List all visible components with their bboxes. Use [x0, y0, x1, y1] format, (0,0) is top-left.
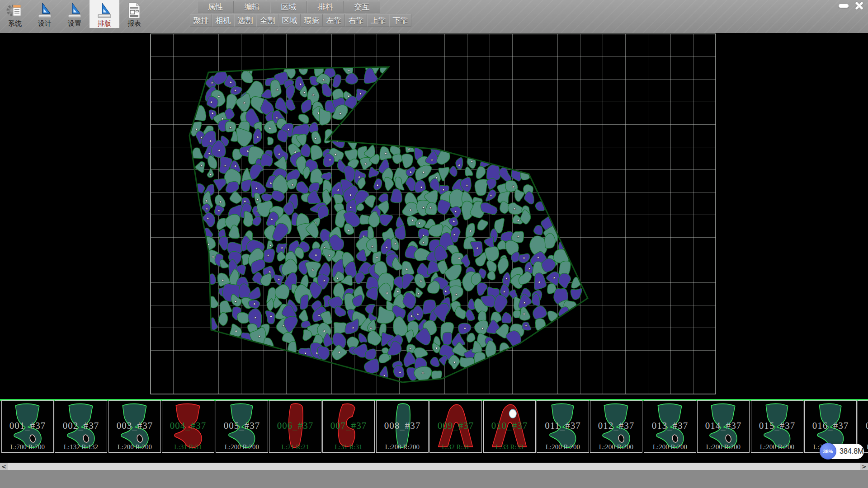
- window-controls: [837, 1, 865, 10]
- thumbnail-piece-006_#37[interactable]: 006_#37L:21 R:21: [269, 400, 321, 453]
- status-bar: [0, 470, 868, 488]
- thumbnail-piece-010_#37[interactable]: 010_#37L:33 R:33: [483, 400, 536, 453]
- menu-item-4[interactable]: 交互: [344, 1, 380, 13]
- piece-id-label: 002_#37: [55, 420, 107, 432]
- tab-system[interactable]: 系统: [0, 0, 30, 28]
- horizontal-scrollbar[interactable]: < >: [0, 463, 868, 470]
- tab-design[interactable]: 设计: [30, 0, 60, 28]
- tool-button-0[interactable]: 聚排: [190, 14, 212, 27]
- menu-item-0[interactable]: 属性: [197, 1, 234, 13]
- minimize-icon: [839, 4, 849, 8]
- report-document-icon: [126, 1, 143, 20]
- menu-item-1[interactable]: 编辑: [234, 1, 270, 13]
- piece-id-label: 014_#37: [698, 420, 749, 432]
- piece-id-label: 004_#37: [162, 420, 214, 432]
- tab-label: 设计: [38, 20, 52, 27]
- piece-id-label: 012_#37: [590, 420, 642, 432]
- piece-id-label: 015_#37: [751, 420, 803, 432]
- set-square-icon: [36, 1, 53, 20]
- tool-button-9[interactable]: 下靠: [389, 14, 411, 27]
- piece-id-label: 005_#37: [216, 420, 268, 432]
- menu-item-2[interactable]: 区域: [270, 1, 307, 13]
- system-gear-icon: [6, 1, 24, 20]
- ribbon-header: 系统 设计: [0, 0, 868, 33]
- piece-lr-count: L:33 R:33: [484, 443, 535, 451]
- thumbnail-piece-011_#37[interactable]: 011_#37L:200 R:200: [537, 400, 589, 453]
- tool-button-2[interactable]: 选割: [234, 14, 256, 27]
- piece-lr-count: L:200 R:200: [590, 443, 642, 451]
- piece-lr-count: L:31 R:31: [323, 443, 374, 451]
- piece-lr-count: L:200 R:200: [216, 443, 268, 451]
- thumbnail-piece-014_#37[interactable]: 014_#37L:200 R:200: [697, 400, 750, 453]
- tool-button-6[interactable]: 左靠: [323, 14, 345, 27]
- tool-button-1[interactable]: 相机: [212, 14, 234, 27]
- tool-button-7[interactable]: 右靠: [345, 14, 367, 27]
- piece-id-label: 011_#37: [537, 420, 589, 432]
- thumbnail-piece-001_#37[interactable]: 001_#37L:700 R:700: [1, 400, 54, 453]
- nesting-workspace: 001_#37L:700 R:700002_#37L:132 R:132003_…: [0, 33, 868, 463]
- piece-id-label: 008_#37: [377, 420, 428, 432]
- tool-button-4[interactable]: 区域: [278, 14, 301, 27]
- thumbnail-piece-015_#37[interactable]: 015_#37L:200 R:200: [751, 400, 803, 453]
- menu-bar-top: 属性编辑区域排料交互: [197, 1, 380, 13]
- tab-label: 设置: [68, 20, 81, 27]
- set-square-icon: [66, 1, 83, 20]
- memory-value: 384.8M: [840, 444, 863, 459]
- menu-item-3[interactable]: 排料: [307, 1, 344, 13]
- piece-lr-count: L:31 R:31: [162, 443, 214, 451]
- piece-lr-count: L:200 R:200: [377, 443, 428, 451]
- piece-id-label: 016_#37: [805, 420, 856, 432]
- tab-report[interactable]: 报表: [119, 0, 149, 28]
- thumbnail-piece-004_#37[interactable]: 004_#37L:31 R:31: [162, 400, 214, 453]
- piece-lr-count: L:200 R:200: [698, 443, 749, 451]
- piece-lr-count: L:32 R:31: [430, 443, 481, 451]
- close-button[interactable]: [853, 1, 865, 10]
- close-icon: [854, 1, 863, 10]
- thumbnail-piece-013_#37[interactable]: 013_#37L:200 R:200: [644, 400, 696, 453]
- tool-button-8[interactable]: 上靠: [367, 14, 389, 27]
- nest-canvas[interactable]: [0, 33, 868, 399]
- memory-usage-badge: 38% 384.8M: [820, 444, 864, 459]
- scrollbar-track[interactable]: [8, 463, 860, 470]
- tab-settings[interactable]: 设置: [60, 0, 90, 28]
- minimize-button[interactable]: [837, 1, 850, 10]
- piece-lr-count: L:200 R:200: [537, 443, 589, 451]
- thumbnail-piece-002_#37[interactable]: 002_#37L:132 R:132: [55, 400, 107, 453]
- piece-id-label: 003_#37: [109, 420, 160, 432]
- toolbar-nesting-tools: 聚排相机选割全割区域瑕疵左靠右靠上靠下靠: [190, 14, 411, 27]
- thumbnail-piece-003_#37[interactable]: 003_#37L:200 R:200: [108, 400, 161, 453]
- piece-lr-count: L:132 R:132: [55, 443, 107, 451]
- thumbnail-piece-008_#37[interactable]: 008_#37L:200 R:200: [376, 400, 429, 453]
- piece-lr-count: L:200 R:200: [644, 443, 696, 451]
- tab-label: 排版: [98, 20, 111, 27]
- tool-button-5[interactable]: 瑕疵: [301, 14, 323, 27]
- piece-id-label: 001_#37: [2, 420, 53, 432]
- piece-lr-count: L:200 R:200: [751, 443, 803, 451]
- piece-lr-count: L:200 R:200: [109, 443, 160, 451]
- cpu-percent-indicator: 38%: [820, 443, 836, 460]
- piece-id-label: 017_#37: [858, 420, 868, 432]
- nesting-app-window: 系统 设计: [0, 0, 868, 488]
- piece-lr-count: L:700 R:700: [2, 443, 53, 451]
- thumbnail-piece-005_#37[interactable]: 005_#37L:200 R:200: [216, 400, 268, 453]
- thumbnail-piece-012_#37[interactable]: 012_#37L:200 R:200: [590, 400, 642, 453]
- scroll-left-button[interactable]: <: [0, 463, 8, 470]
- scroll-right-button[interactable]: >: [860, 463, 868, 470]
- piece-id-label: 006_#37: [269, 420, 321, 432]
- piece-id-label: 007_#37: [323, 420, 374, 432]
- piece-lr-count: L:21 R:21: [269, 443, 321, 451]
- tab-nesting[interactable]: 排版: [90, 0, 119, 28]
- set-square-icon: [96, 1, 113, 20]
- tab-label: 报表: [127, 20, 141, 27]
- main-tab-bar: 系统 设计: [0, 0, 149, 28]
- piece-id-label: 010_#37: [484, 420, 535, 432]
- thumbnail-piece-007_#37[interactable]: 007_#37L:31 R:31: [322, 400, 375, 453]
- piece-id-label: 013_#37: [644, 420, 696, 432]
- tab-label: 系统: [8, 20, 22, 27]
- thumbnail-piece-009_#37[interactable]: 009_#37L:32 R:31: [429, 400, 482, 453]
- piece-id-label: 009_#37: [430, 420, 481, 432]
- tool-button-3[interactable]: 全割: [256, 14, 278, 27]
